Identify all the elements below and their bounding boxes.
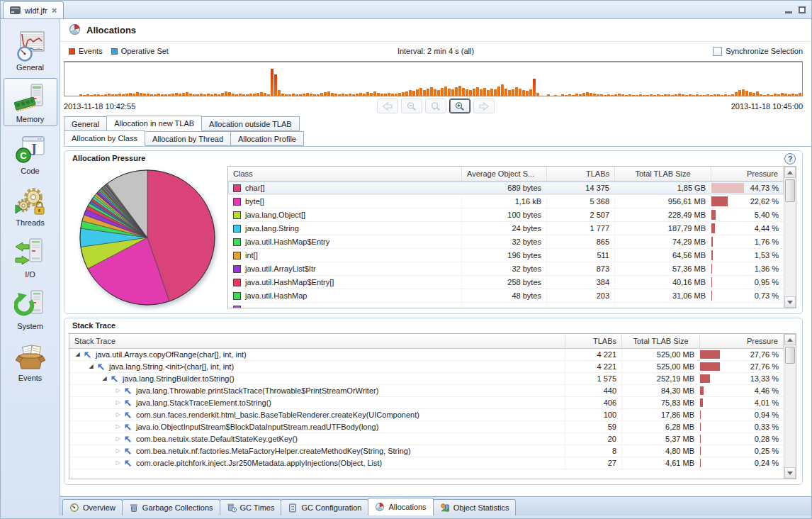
allocation-row[interactable]: java.lang.Object[]100 bytes2 507228,49 M… [228, 208, 784, 222]
allocation-row[interactable]: char[]689 bytes14 3751,85 GB44,73 % [228, 182, 784, 195]
stack-trace-row[interactable]: ▷com.bea.netuix.nf.factories.MetaFactory… [69, 445, 784, 457]
stack-trace-row[interactable]: ▷com.oracle.pitchfork.inject.Jsr250Metad… [69, 457, 784, 469]
expand-toggle-icon[interactable]: ▷ [114, 436, 122, 442]
tab-allocation-by-thread[interactable]: Allocation by Thread [145, 131, 231, 146]
expand-toggle-icon[interactable]: ▷ [114, 460, 122, 466]
total-tlab-size-value: 4,61 MB [622, 457, 700, 469]
tlabs-value: 384 [547, 276, 615, 289]
sidebar-item-i-o[interactable]: I/O [4, 233, 57, 281]
minimize-icon[interactable] [785, 11, 792, 13]
sidebar-item-system[interactable]: System [4, 285, 57, 333]
allocation-row[interactable]: byte[]1,16 kB5 368956,61 MB22,62 % [228, 195, 784, 208]
zoom-in-button[interactable] [449, 99, 470, 113]
bottom-tab-allocations[interactable]: Allocations [368, 498, 433, 515]
zoom-to-selection-button[interactable] [425, 99, 446, 113]
timeline-bar [182, 93, 185, 96]
events-icon [14, 340, 47, 373]
expand-toggle-icon[interactable]: ▷ [114, 412, 122, 418]
help-icon[interactable]: ? [784, 153, 796, 164]
allocation-row[interactable]: java.util.ArrayList$Itr32 bytes87357,36 … [228, 262, 784, 276]
bottom-tab-gc-times[interactable]: GC Times [220, 499, 282, 515]
scroll-up-button[interactable] [784, 167, 796, 178]
timeline-bar [164, 94, 167, 96]
allocation-pie-chart[interactable] [77, 167, 218, 308]
expand-toggle-icon[interactable]: ▷ [114, 400, 122, 406]
scrollbar-thumb[interactable] [785, 347, 795, 364]
tab-allocation-profile[interactable]: Allocation Profile [230, 131, 304, 146]
stack-trace-row[interactable]: ▷com.bea.netuix.state.DefaultStateKey.ge… [69, 433, 784, 445]
collapse-toggle-icon[interactable]: ◢ [74, 352, 81, 357]
sidebar-item-memory[interactable]: Memory [4, 78, 57, 126]
sidebar-item-general[interactable]: General [4, 26, 57, 74]
column-header-average-object-size[interactable]: Average Object S... [462, 167, 547, 181]
stack-frame-cell: ▷java.lang.StackTraceElement.toString() [69, 397, 565, 408]
allocation-row[interactable]: java.util.HashMap$Entry32 bytes86574,29 … [228, 235, 784, 249]
stack-trace-row[interactable]: ◢java.util.Arrays.copyOfRange(char[], in… [69, 349, 784, 361]
close-tab-icon[interactable]: × [52, 7, 57, 14]
stack-trace-row[interactable]: ▷java.lang.StackTraceElement.toString()4… [69, 397, 784, 409]
column-header-total-tlab-size[interactable]: Total TLAB Size [622, 334, 700, 348]
pressure-cell: 0,94 % [700, 409, 784, 420]
column-header-class[interactable]: Class [228, 167, 462, 181]
average-object-size-value: 24 bytes [462, 222, 547, 235]
tab-allocation-outside-tlab[interactable]: Allocation outside TLAB [201, 116, 300, 131]
total-tlab-size-value: 6,28 MB [622, 421, 700, 432]
synchronize-selection-checkbox[interactable] [713, 47, 722, 56]
scrollbar-thumb[interactable] [785, 179, 795, 202]
bottom-tab-overview[interactable]: Overview [62, 499, 123, 515]
history-back-button[interactable] [377, 99, 398, 113]
timeline-bar [200, 94, 203, 96]
column-header-total-tlab-size[interactable]: Total TLAB Size [615, 167, 711, 181]
stack-trace-row[interactable]: ▷java.io.ObjectInputStream$BlockDataInpu… [69, 421, 784, 433]
allocation-row[interactable]: java.util.HashMap$Entry[]258 bytes38440,… [228, 276, 784, 289]
stack-trace-row[interactable]: ▷com.sun.faces.renderkit.html_basic.Base… [69, 409, 784, 421]
objstats-icon [440, 503, 450, 513]
expand-toggle-icon[interactable]: ▷ [114, 448, 122, 454]
zoom-out-button[interactable] [401, 99, 422, 113]
timeline-bar [501, 84, 504, 96]
expand-toggle-icon[interactable]: ▷ [114, 388, 122, 394]
tab-allocation-by-class[interactable]: Allocation by Class [64, 130, 145, 146]
bottom-tab-gc-configuration[interactable]: GC Configuration [281, 499, 368, 515]
editor-tab-wldf-jfr[interactable]: wldf.jfr × [3, 1, 64, 18]
timeline-bar [118, 94, 121, 96]
stack-trace-row[interactable]: ◢java.lang.String.<init>(char[], int, in… [69, 361, 784, 373]
history-forward-button[interactable] [473, 99, 495, 113]
pressure-value: 4,01 % [755, 397, 779, 408]
allocation-row[interactable]: java.util.HashMap48 bytes20331,06 MB0,73… [228, 289, 784, 303]
stack-frame-icon [124, 447, 132, 455]
timeline-bar [756, 91, 759, 96]
timeline-chart[interactable] [64, 61, 803, 96]
stack-trace-row[interactable]: ▷java.lang.Throwable.printStackTrace(Thr… [69, 385, 784, 397]
scroll-down-button[interactable] [784, 467, 796, 479]
expand-toggle-icon[interactable]: ▷ [114, 424, 122, 430]
collapse-toggle-icon[interactable]: ◢ [101, 376, 108, 381]
column-header-stack-trace[interactable]: Stack Trace [69, 334, 565, 348]
allocation-pressure-section: Allocation Pressure ? Class Average Obje… [64, 150, 803, 314]
allocation-table-scrollbar[interactable] [784, 167, 796, 308]
maximize-icon[interactable] [799, 6, 806, 13]
sidebar-item-code[interactable]: JCCode [4, 130, 57, 178]
stack-trace-row[interactable]: ◢java.lang.StringBuilder.toString()1 575… [69, 373, 784, 385]
stack-trace-scrollbar[interactable] [784, 334, 796, 479]
timeline-bar [285, 94, 288, 96]
column-header-tlabs[interactable]: TLABs [547, 167, 615, 181]
column-header-tlabs[interactable]: TLABs [565, 334, 622, 348]
timeline-bar [639, 94, 642, 96]
allocation-row[interactable] [228, 303, 784, 308]
stack-frame-icon [124, 411, 132, 419]
bottom-tab-garbage-collections[interactable]: Garbage Collections [122, 499, 220, 515]
bottom-tab-object-statistics[interactable]: Object Statistics [433, 499, 517, 515]
allocation-row[interactable]: java.lang.String24 bytes1 777187,79 MB4,… [228, 222, 784, 235]
scroll-down-button[interactable] [784, 296, 796, 308]
sidebar-item-events[interactable]: Events [4, 337, 57, 385]
allocation-row[interactable]: int[]196 bytes51164,56 MB1,53 % [228, 249, 784, 262]
column-header-pressure[interactable]: Pressure [711, 167, 784, 181]
tab-general[interactable]: General [64, 116, 107, 131]
average-object-size-value: 1,16 kB [462, 195, 547, 208]
tab-allocation-in-new-tlab[interactable]: Allocation in new TLAB [106, 116, 202, 131]
column-header-pressure[interactable]: Pressure [700, 334, 784, 348]
collapse-toggle-icon[interactable]: ◢ [87, 364, 95, 369]
scroll-up-button[interactable] [784, 334, 796, 345]
sidebar-item-threads[interactable]: Threads [4, 182, 57, 230]
